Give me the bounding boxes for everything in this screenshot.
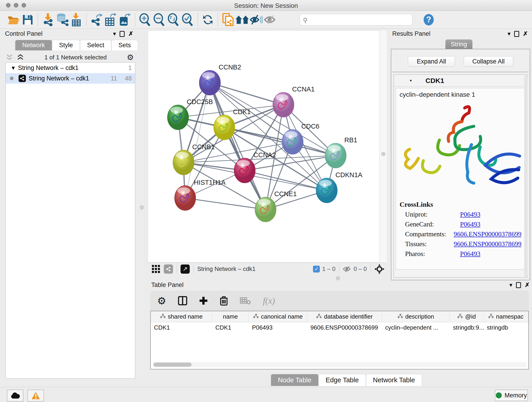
cloud-status-button[interactable]: [7, 390, 23, 402]
cell-@id[interactable]: stringdb:9...: [450, 324, 484, 331]
network-collection-row[interactable]: ▾ String Network – cdk1 1: [6, 63, 135, 73]
memory-button[interactable]: Memory: [495, 390, 528, 401]
results-panel-close-icon[interactable]: ✗: [523, 30, 528, 37]
gene-section-header[interactable]: ▾ CDK1: [394, 75, 527, 87]
warnings-button[interactable]: [27, 390, 44, 402]
network-edge[interactable]: [210, 83, 283, 105]
crosslink-link[interactable]: P06493: [460, 211, 481, 218]
cell-description[interactable]: cyclin–dependent ...: [382, 324, 450, 331]
tab-network-table[interactable]: Network Table: [366, 374, 422, 386]
search-input[interactable]: [300, 14, 412, 26]
grid-view-icon[interactable]: [152, 264, 161, 274]
birds-eye-crosshair-icon[interactable]: [374, 264, 385, 274]
crosslink-link[interactable]: 9606.ENSP00000378699: [454, 230, 521, 238]
gene-collapse-icon[interactable]: ▾: [410, 78, 412, 83]
import-table-file-button[interactable]: [69, 13, 83, 27]
tab-sets[interactable]: Sets: [111, 40, 138, 51]
expand-all-button[interactable]: Expand All: [408, 56, 455, 67]
crosslink-link[interactable]: 9606.ENSP00000378699: [454, 240, 521, 248]
table-panel-close-icon[interactable]: ✗: [525, 281, 530, 288]
control-panel-float-icon[interactable]: [120, 31, 125, 37]
export-table-button[interactable]: [104, 13, 118, 27]
cell-name[interactable]: CDK1: [212, 324, 249, 331]
network-node-hist1h1a[interactable]: HIST1H1A: [175, 179, 226, 211]
table-settings-gear-icon[interactable]: ⚙: [157, 295, 166, 307]
column-header-namespac[interactable]: namespac: [484, 311, 528, 322]
show-hidden-button[interactable]: [264, 13, 278, 27]
collection-expand-icon[interactable]: ▾: [12, 64, 15, 71]
selected-checkbox-icon[interactable]: ✓: [313, 266, 320, 273]
column-visibility-icon[interactable]: [178, 296, 187, 305]
cell-canonical-name[interactable]: P06493: [249, 324, 307, 331]
crosslink-link[interactable]: P06493: [460, 220, 481, 228]
control-panel-menu-icon[interactable]: ▾: [113, 30, 116, 37]
zoom-in-button[interactable]: [138, 13, 152, 27]
network-row[interactable]: String Network – cdk1 11 48: [6, 73, 135, 84]
node-table-row[interactable]: CDK1CDK1P064939606.ENSP00000378699cyclin…: [151, 322, 528, 333]
refresh-view-button[interactable]: [201, 13, 215, 27]
network-node-ccna1[interactable]: CCNA1: [273, 85, 315, 117]
column-header-description[interactable]: description: [382, 311, 450, 322]
zoom-out-button[interactable]: [152, 13, 166, 27]
tab-node-table[interactable]: Node Table: [271, 374, 318, 386]
network-canvas[interactable]: CCNB2CCNA1CDC25BCDK1CDC6RB1CCNB1CCNA2CDK…: [148, 31, 380, 262]
tab-network[interactable]: Network: [15, 40, 52, 51]
network-node-rb1[interactable]: RB1: [325, 136, 357, 168]
zoom-selected-button[interactable]: [181, 13, 195, 27]
share-view-icon[interactable]: [164, 264, 173, 274]
right-splitter-handle[interactable]: [381, 152, 385, 156]
zoom-in-icon: [139, 13, 151, 26]
results-panel-float-icon[interactable]: [514, 31, 519, 37]
network-node-ccna2[interactable]: CCNA2: [234, 151, 276, 183]
network-node-ccnb1[interactable]: CCNB1: [173, 143, 215, 175]
table-panel-menu-icon[interactable]: ▾: [509, 281, 512, 288]
column-header-canonical-name[interactable]: canonical name: [249, 311, 307, 322]
network-node-cdkn1a[interactable]: CDKN1A: [316, 171, 362, 203]
export-network-button[interactable]: [89, 13, 104, 27]
tab-edge-table[interactable]: Edge Table: [318, 374, 366, 386]
collapse-all-icon[interactable]: [6, 54, 13, 61]
delete-column-icon[interactable]: [220, 296, 228, 306]
cell-shared-name[interactable]: CDK1: [151, 324, 212, 331]
tab-string[interactable]: String: [445, 39, 472, 49]
crosslink-row: Pharos:P06493: [405, 250, 521, 258]
network-node-ccne1[interactable]: CCNE1: [255, 190, 297, 222]
tab-select[interactable]: Select: [80, 40, 111, 51]
network-edge[interactable]: [210, 83, 266, 210]
cell-namespac[interactable]: stringdb: [484, 324, 528, 331]
collapse-all-button[interactable]: Collapse All: [464, 56, 513, 67]
duplicate-network-button[interactable]: [221, 13, 235, 27]
network-options-gear-icon[interactable]: ⚙: [127, 53, 134, 62]
add-column-icon[interactable]: [199, 296, 208, 305]
search-icon: ⚲: [303, 17, 308, 24]
left-splitter-handle[interactable]: [140, 205, 144, 210]
open-in-window-icon[interactable]: ↗: [181, 264, 190, 274]
results-scrollbar[interactable]: [524, 76, 527, 277]
node-table-header-row: shared namenamecanonical namedatabase id…: [151, 311, 528, 322]
open-session-button[interactable]: [6, 13, 21, 27]
help-button[interactable]: ?: [422, 13, 436, 27]
import-network-database-button[interactable]: [55, 13, 69, 27]
table-panel-float-icon[interactable]: [516, 282, 521, 288]
column-header-database-identifier[interactable]: database identifier: [307, 311, 382, 322]
column-header-@id[interactable]: @id: [450, 311, 484, 322]
expand-all-icon[interactable]: [17, 54, 24, 61]
results-panel-menu-icon[interactable]: ▾: [507, 30, 510, 37]
tab-style[interactable]: Style: [52, 40, 80, 51]
column-header-shared-name[interactable]: shared name: [151, 311, 212, 322]
hide-selected-button[interactable]: [249, 13, 264, 27]
zoom-fit-button[interactable]: [166, 13, 181, 27]
save-session-button[interactable]: [21, 13, 35, 27]
column-header-name[interactable]: name: [212, 311, 249, 322]
import-network-file-button[interactable]: [41, 13, 55, 27]
node-table: shared namenamecanonical namedatabase id…: [150, 311, 529, 370]
network-edge[interactable]: [185, 198, 266, 210]
crosslink-link[interactable]: P06493: [460, 250, 481, 258]
bottom-splitter-handle[interactable]: [336, 276, 340, 280]
table-scrollbar-thumb[interactable]: [153, 363, 191, 367]
cell-database-identifier[interactable]: 9606.ENSP00000378699: [307, 324, 382, 331]
show-houses-button[interactable]: [235, 13, 249, 27]
export-image-button[interactable]: [118, 13, 132, 27]
control-panel-close-icon[interactable]: ✗: [128, 30, 133, 37]
table-horizontal-scrollbar[interactable]: [152, 362, 526, 367]
